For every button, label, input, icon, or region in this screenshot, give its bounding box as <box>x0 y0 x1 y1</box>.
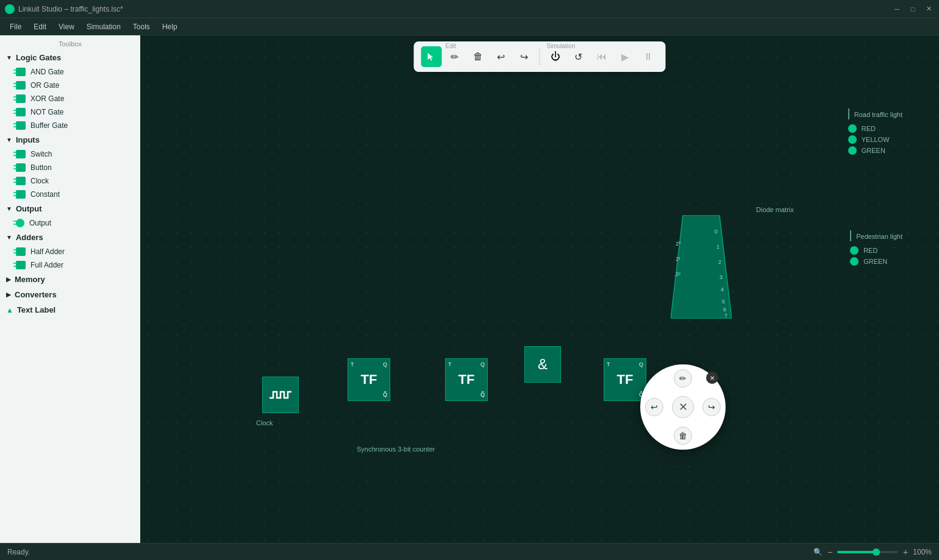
toolbox-item-button[interactable]: Button <box>0 161 140 174</box>
pedestrian-light-section: Pedestrian light RED GREEN <box>850 230 902 268</box>
menu-edit[interactable]: Edit <box>29 21 51 32</box>
search-icon: 🔍 <box>813 548 823 556</box>
or-gate-label: OR Gate <box>30 81 59 90</box>
zoom-slider-fill <box>837 551 874 553</box>
synchronous-counter-label: Synchronous 3-bit counter <box>357 445 435 453</box>
pedestrian-light-red: RED <box>850 246 902 255</box>
road-green-label: GREEN <box>862 147 885 154</box>
window-title: Linkuit Studio – traffic_lights.lsc* <box>18 5 891 13</box>
ped-green-label: GREEN <box>863 258 887 265</box>
menu-simulation[interactable]: Simulation <box>82 21 126 32</box>
text-label-item-label: Text Label <box>17 305 55 314</box>
toolbox-item-half-adder[interactable]: Half Adder <box>0 245 140 258</box>
undo-button[interactable]: ↩ <box>491 46 512 67</box>
section-converters[interactable]: ▶ Converters <box>0 287 140 302</box>
pause-button[interactable]: ⏸ <box>638 46 659 67</box>
context-menu-dismiss[interactable]: ✕ <box>706 372 718 384</box>
toolbox-item-output[interactable]: Output <box>0 216 140 230</box>
toolbox-item-not-gate[interactable]: NOT Gate <box>0 105 140 119</box>
toolbox-item-or-gate[interactable]: OR Gate <box>0 79 140 92</box>
context-menu-close[interactable]: ✕ <box>672 396 694 418</box>
minimize-button[interactable]: ─ <box>891 4 902 15</box>
decoder-component[interactable]: 2⁰ 2¹ 2² 0 1 2 3 4 5 6 7 <box>671 215 732 319</box>
toolbox-item-and-gate[interactable]: AND Gate <box>0 65 140 79</box>
status-text: Ready. <box>7 548 30 556</box>
context-menu-delete[interactable]: 🗑 <box>674 427 692 445</box>
toolbox-panel: Toolbox ▼ Logic Gates AND Gate OR Gate X… <box>0 35 140 543</box>
road-light-green: GREEN <box>848 146 902 155</box>
and-gate[interactable]: & <box>524 346 561 383</box>
not-gate-label: NOT Gate <box>30 108 63 116</box>
constant-label: Constant <box>30 190 60 199</box>
tf3-q-label: Q <box>639 361 643 367</box>
diode-matrix-area: Diode matrix <box>744 218 866 389</box>
toolbox-item-clock[interactable]: Clock <box>0 174 140 188</box>
road-light-red: RED <box>848 124 902 133</box>
wire-overlay <box>140 35 323 127</box>
output-label: Output <box>16 204 42 213</box>
tf1-q-label: Q <box>383 361 387 367</box>
canvas-area[interactable]: Edit Simulation ✏ 🗑 ↩ ↪ ⏻ ↺ ⏮ ▶ ⏸ <box>140 35 939 543</box>
full-adder-label: Full Adder <box>30 261 63 269</box>
zoom-slider-thumb[interactable] <box>873 548 880 556</box>
simulation-section-label: Simulation <box>547 43 576 49</box>
and-gate-symbol: & <box>538 356 548 373</box>
menu-tools[interactable]: Tools <box>128 21 155 32</box>
clock-component[interactable]: Clock <box>262 377 299 413</box>
ped-green-dot <box>850 257 859 266</box>
section-output[interactable]: ▼ Output <box>0 201 140 216</box>
svg-text:7: 7 <box>724 313 727 319</box>
tf1-symbol: TF <box>361 372 377 388</box>
half-adder-icon <box>16 247 26 256</box>
toolbox-item-full-adder[interactable]: Full Adder <box>0 258 140 272</box>
menu-file[interactable]: File <box>5 21 26 32</box>
tf-flipflop-3[interactable]: T Q TF Q̄ <box>604 358 646 401</box>
clock-text-label: Clock <box>256 419 273 427</box>
tf2-t-label: T <box>448 361 452 367</box>
or-gate-icon <box>16 81 26 90</box>
output-item-label: Output <box>29 219 51 227</box>
road-traffic-section: Road traffic light RED YELLOW GREEN <box>848 108 902 157</box>
maximize-button[interactable]: □ <box>907 4 918 15</box>
tf-flipflop-2[interactable]: T Q TF Q̄ <box>445 358 488 401</box>
menu-help[interactable]: Help <box>157 21 182 32</box>
svg-text:6: 6 <box>723 307 726 313</box>
svg-text:2: 2 <box>718 259 721 265</box>
menu-view[interactable]: View <box>54 21 79 32</box>
toolbox-item-xor-gate[interactable]: XOR Gate <box>0 92 140 105</box>
close-button[interactable]: ✕ <box>923 4 934 15</box>
svg-text:2²: 2² <box>676 271 680 277</box>
pencil-button[interactable]: ✏ <box>445 46 465 67</box>
section-adders[interactable]: ▼ Adders <box>0 230 140 245</box>
select-button[interactable] <box>421 46 442 67</box>
adders-label: Adders <box>16 233 43 242</box>
clock-box <box>262 377 299 413</box>
zoom-slider[interactable] <box>837 551 898 553</box>
toolbox-item-constant[interactable]: Constant <box>0 188 140 201</box>
delete-button[interactable]: 🗑 <box>468 46 488 67</box>
inputs-arrow: ▼ <box>6 136 12 143</box>
section-logic-gates[interactable]: ▼ Logic Gates <box>0 50 140 65</box>
reset-button[interactable]: ↺ <box>568 46 589 67</box>
context-menu-redo[interactable]: ↪ <box>702 398 721 416</box>
zoom-plus[interactable]: + <box>903 547 908 557</box>
section-inputs[interactable]: ▼ Inputs <box>0 132 140 147</box>
power-button[interactable]: ⏻ <box>545 46 566 67</box>
play-button[interactable]: ▶ <box>615 46 635 67</box>
context-menu-undo[interactable]: ↩ <box>645 398 663 416</box>
clock-label: Clock <box>30 177 49 185</box>
converters-arrow: ▶ <box>6 291 11 298</box>
section-text-label[interactable]: ▲ Text Label <box>0 302 140 317</box>
section-memory[interactable]: ▶ Memory <box>0 272 140 287</box>
toolbox-item-buffer-gate[interactable]: Buffer Gate <box>0 119 140 132</box>
context-menu-edit[interactable]: ✏ <box>674 369 692 388</box>
step-back-button[interactable]: ⏮ <box>591 46 612 67</box>
road-traffic-label: Road traffic light <box>854 111 902 118</box>
toolbox-item-switch[interactable]: Switch <box>0 147 140 161</box>
zoom-minus[interactable]: − <box>827 547 832 557</box>
tf-flipflop-1[interactable]: T Q TF Q̄ <box>348 358 390 401</box>
toolbox-title: Toolbox <box>0 35 140 50</box>
svg-text:2⁰: 2⁰ <box>676 241 681 247</box>
pedestrian-light-green: GREEN <box>850 257 902 266</box>
redo-button[interactable]: ↪ <box>514 46 535 67</box>
